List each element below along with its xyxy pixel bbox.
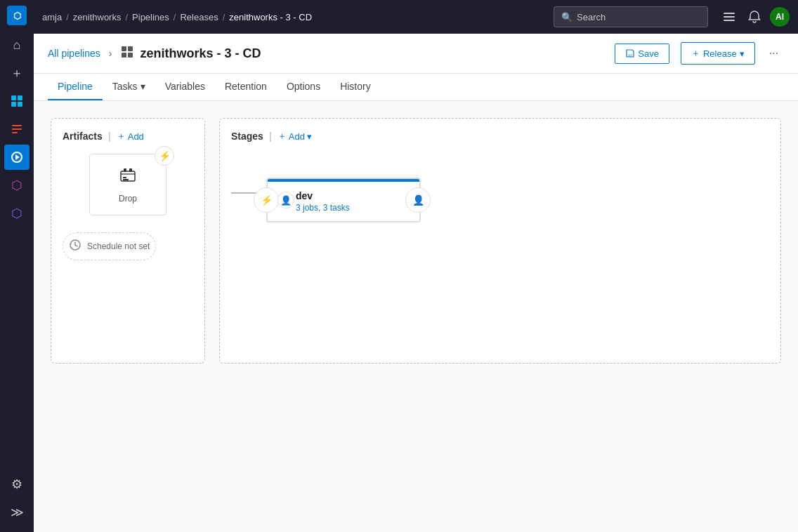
svg-rect-9 [724, 13, 735, 14]
artifacts-header: Artifacts | ＋ Add [63, 130, 193, 142]
more-options-button[interactable]: ··· [764, 44, 784, 62]
svg-rect-3 [18, 102, 22, 107]
stage-card-dev[interactable]: ⚡ 👤 dev 3 jobs, 3 tasks 👤 [266, 178, 421, 222]
sidebar-item-testplans[interactable]: ⬡ [4, 173, 30, 198]
svg-rect-19 [129, 168, 132, 172]
svg-rect-11 [724, 20, 735, 21]
add-stage-link[interactable]: ＋ Add ▾ [277, 130, 312, 142]
svg-rect-2 [11, 102, 16, 107]
sidebar-item-add[interactable]: ＋ [4, 60, 30, 86]
svg-rect-18 [124, 168, 126, 172]
svg-rect-13 [128, 46, 133, 51]
add-stage-dropdown-icon: ▾ [307, 131, 312, 142]
content-area: All pipelines › zenithworks - 3 - CD Sav… [34, 34, 798, 532]
tab-pipeline[interactable]: Pipeline [48, 74, 103, 100]
notifications-icon[interactable] [745, 7, 764, 27]
sidebar-item-artifacts[interactable]: ⬡ [4, 201, 30, 226]
collapse-icon[interactable]: ≫ [4, 500, 30, 525]
artifact-card-drop[interactable]: ⚡ Drop [89, 154, 166, 215]
all-pipelines-link[interactable]: All pipelines [48, 48, 100, 59]
sidebar: ⬡ ⌂ ＋ ⬡ ⬡ ⚙ ≫ [0, 0, 34, 532]
svg-rect-1 [18, 95, 22, 100]
stage-approval-right-icon[interactable]: 👤 [405, 187, 431, 213]
breadcrumb-pipelines[interactable]: Pipelines [132, 12, 169, 22]
stages-panel: Stages | ＋ Add ▾ [219, 118, 781, 364]
sidebar-item-boards[interactable] [4, 88, 30, 114]
artifact-name: Drop [98, 194, 157, 204]
add-artifact-link[interactable]: ＋ Add [117, 130, 144, 142]
tab-variables[interactable]: Variables [155, 74, 215, 100]
breadcrumb-releases[interactable]: Releases [180, 12, 218, 22]
pipeline-type-icon [120, 45, 134, 62]
sidebar-item-home[interactable]: ⌂ [4, 32, 30, 58]
schedule-clock-icon [69, 239, 81, 254]
breadcrumb-amja[interactable]: amja [42, 12, 62, 22]
dropdown-icon: ▾ [740, 48, 745, 59]
stage-wrapper: ⚡ 👤 dev 3 jobs, 3 tasks 👤 [231, 164, 769, 222]
tab-tasks[interactable]: Tasks ▾ [103, 74, 155, 100]
canvas-panels: Artifacts | ＋ Add ⚡ [51, 118, 781, 364]
artifact-lightning-icon: ⚡ [155, 146, 174, 166]
stages-header: Stages | ＋ Add ▾ [231, 130, 769, 142]
save-button[interactable]: Save [615, 44, 669, 64]
svg-rect-10 [724, 16, 735, 18]
schedule-label: Schedule not set [87, 241, 150, 251]
breadcrumb-zenithworks[interactable]: zenithworks [73, 12, 122, 22]
stages-title: Stages [231, 131, 263, 142]
pipeline-header: All pipelines › zenithworks - 3 - CD Sav… [34, 34, 798, 74]
breadcrumb-current: zenithworks - 3 - CD [229, 12, 312, 22]
search-placeholder: Search [577, 12, 606, 22]
svg-marker-8 [15, 154, 20, 160]
logo-icon: ⬡ [13, 11, 21, 21]
list-icon[interactable] [719, 7, 739, 27]
settings-icon[interactable]: ⚙ [4, 472, 30, 497]
release-button[interactable]: ＋ Release ▾ [681, 42, 755, 65]
topbar-actions: AI [719, 7, 790, 27]
svg-rect-15 [128, 53, 133, 58]
tasks-dropdown-icon: ▾ [140, 81, 145, 92]
add-stage-plus: ＋ [277, 130, 287, 142]
stage-name: dev [296, 190, 411, 201]
artifacts-panel: Artifacts | ＋ Add ⚡ [51, 118, 205, 364]
svg-rect-20 [123, 177, 126, 178]
sidebar-item-repo[interactable] [4, 117, 30, 142]
svg-rect-5 [12, 128, 22, 130]
plus-icon: ＋ [691, 47, 700, 60]
stage-pre-deployment-icon[interactable]: ⚡ [254, 187, 279, 213]
artifact-type-icon [98, 166, 157, 189]
header-arrow: › [109, 48, 112, 59]
tab-options[interactable]: Options [277, 74, 330, 100]
breadcrumb: amja / zenithworks / Pipelines / Release… [42, 12, 312, 22]
topbar: amja / zenithworks / Pipelines / Release… [34, 0, 798, 34]
svg-rect-0 [11, 95, 16, 100]
main-content: amja / zenithworks / Pipelines / Release… [34, 0, 798, 532]
stage-approval-left-icon[interactable]: 👤 [277, 192, 294, 208]
search-icon: 🔍 [561, 12, 573, 22]
stage-meta: 3 jobs, 3 tasks [296, 203, 411, 213]
tab-retention[interactable]: Retention [215, 74, 277, 100]
svg-rect-6 [12, 132, 18, 133]
pipeline-canvas: Artifacts | ＋ Add ⚡ [34, 101, 798, 532]
search-box[interactable]: 🔍 Search [554, 6, 708, 27]
sidebar-logo[interactable]: ⬡ [7, 6, 27, 25]
schedule-badge[interactable]: Schedule not set [63, 232, 156, 260]
svg-rect-4 [12, 125, 22, 126]
svg-rect-12 [122, 46, 126, 51]
user-avatar[interactable]: AI [770, 7, 790, 27]
svg-rect-16 [628, 54, 632, 57]
sidebar-item-pipelines[interactable] [4, 145, 30, 170]
add-artifact-plus: ＋ [117, 130, 126, 142]
tab-history[interactable]: History [330, 74, 381, 100]
tabs-bar: Pipeline Tasks ▾ Variables Retention Opt… [34, 74, 798, 101]
artifacts-title: Artifacts [63, 131, 103, 142]
page-title: zenithworks - 3 - CD [140, 46, 261, 61]
svg-rect-14 [122, 53, 126, 58]
svg-rect-21 [123, 179, 129, 180]
